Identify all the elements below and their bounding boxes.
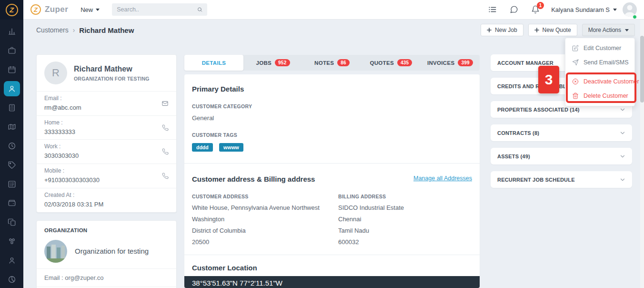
app-screen: Z Z Zuper New: [0, 0, 644, 288]
calculator-icon: [8, 103, 16, 112]
tab-notes[interactable]: NOTES86: [302, 55, 362, 71]
map-icon: [8, 123, 16, 131]
scrollbar-thumb[interactable]: [640, 36, 644, 103]
organization-card: ORGANIZATION Organization for testing Em…: [36, 220, 177, 288]
customer-home-phone: 333333333: [44, 129, 169, 136]
call-mobile-button[interactable]: [162, 173, 169, 179]
topbar: Z Zuper New 1 Kalyana Sundaram S: [23, 0, 644, 20]
user-icon: [8, 256, 16, 265]
chat-button[interactable]: [510, 5, 518, 14]
form-icon: [8, 180, 16, 188]
clock-icon: [8, 142, 16, 150]
call-home-button[interactable]: [162, 124, 169, 131]
tab-jobs[interactable]: JOBS952: [243, 55, 302, 71]
customer-category-value: General: [192, 114, 472, 122]
new-job-button[interactable]: New Job: [481, 24, 523, 36]
sidebar-logo: Z: [0, 0, 23, 20]
customer-mobile-phone: +910303030303030: [44, 177, 169, 184]
sidebar-item-jobs[interactable]: [0, 41, 23, 60]
sidebar-item-wallet[interactable]: [0, 194, 23, 213]
copy-pages-icon: [8, 218, 16, 226]
global-search: [112, 3, 207, 16]
address-line: SIDCO Industrial Estate: [338, 202, 472, 214]
user-avatar[interactable]: [623, 2, 637, 17]
chat-bubble-icon: [510, 5, 518, 14]
page-header: Customers › Richard Mathew New Job New Q…: [23, 20, 644, 41]
activity-list-button[interactable]: [488, 5, 497, 14]
list-icon: [488, 5, 497, 14]
new-menu-label: New: [80, 6, 93, 13]
customer-email-row: Email : rm@abc.com: [37, 91, 176, 115]
vertical-scrollbar: [640, 20, 644, 288]
organization-name: Organization for testing: [75, 247, 149, 255]
sidebar-item-users[interactable]: [0, 251, 23, 270]
customer-tag: dddd: [192, 143, 213, 152]
sidebar-item-map[interactable]: [0, 117, 23, 136]
address-line: White House, Pennsylvania Avenue Northwe…: [192, 202, 338, 214]
manage-addresses-link[interactable]: Manage all Addresses: [413, 175, 472, 182]
notes-count-badge: 86: [337, 59, 350, 66]
customer-address-block: CUSTOMER ADDRESS White House, Pennsylvan…: [192, 194, 338, 248]
tab-invoices[interactable]: INVOICES399: [421, 55, 480, 71]
sidebar-item-reports[interactable]: [0, 270, 23, 288]
sidebar-item-dashboard[interactable]: [0, 22, 23, 41]
pie-chart-icon: [8, 275, 16, 284]
customer-created-row: Created At : 02/03/2018 03:31 PM: [37, 188, 176, 212]
sidebar-item-customers[interactable]: [0, 79, 23, 98]
sidebar-item-parts[interactable]: [0, 232, 23, 251]
recurrent-job-schedule-card[interactable]: RECURRENT JOB SCHEDULE: [491, 171, 632, 188]
caret-down-icon: [625, 29, 629, 31]
breadcrumb-separator: ›: [73, 26, 75, 34]
jobs-count-badge: 952: [275, 59, 290, 66]
sidebar-nav: Z: [0, 0, 23, 288]
addresses-section: Customer address & Billing address Manag…: [184, 164, 480, 255]
sidebar-item-timesheets[interactable]: [0, 136, 23, 155]
notifications-button[interactable]: 1: [531, 5, 540, 14]
customer-home-phone-row: Home : 333333333: [37, 115, 176, 140]
tab-quotes[interactable]: QUOTES435: [362, 55, 421, 71]
assets-card[interactable]: ASSETS (49): [491, 148, 632, 165]
trash-icon: [572, 93, 579, 99]
chevron-down-icon: [620, 154, 625, 159]
plus-icon: [534, 28, 539, 32]
caret-down-icon: [613, 9, 617, 11]
organization-card-header: ORGANIZATION: [37, 221, 176, 237]
send-email-button[interactable]: [161, 100, 169, 107]
organization-avatar: [44, 240, 67, 263]
calendar-icon: [8, 65, 16, 74]
customer-created-at: 02/03/2018 03:31 PM: [44, 201, 169, 208]
customer-detail-column: DETAILS JOBS952 NOTES86 QUOTES435 INVOIC…: [184, 55, 480, 288]
breadcrumb-customers[interactable]: Customers: [36, 26, 69, 34]
tab-details[interactable]: DETAILS: [184, 55, 243, 71]
zuper-logo-icon: Z: [30, 4, 41, 15]
menu-item-deactivate-customer[interactable]: Deactivate Customer: [565, 74, 634, 89]
chevron-down-icon: [620, 177, 625, 183]
customer-location-map[interactable]: St NW H St NW NW 38°53'51.63"N 77°2'11.5…: [184, 276, 480, 288]
menu-item-delete-customer[interactable]: Delete Customer: [565, 89, 634, 103]
briefcase-icon: [8, 46, 16, 55]
address-line: 600032: [338, 237, 472, 248]
bar-chart-icon: [8, 27, 16, 36]
new-menu-button[interactable]: New: [80, 6, 100, 13]
brand[interactable]: Z Zuper: [30, 4, 68, 15]
sidebar-item-tags[interactable]: [0, 155, 23, 175]
sidebar-item-invoices[interactable]: [0, 98, 23, 117]
sidebar-item-calendar[interactable]: [0, 60, 23, 79]
user-menu-button[interactable]: Kalyana Sundaram S: [551, 6, 617, 13]
menu-item-send-email-sms[interactable]: Send Email/SMS: [565, 55, 634, 70]
new-quote-button[interactable]: New Quote: [528, 24, 577, 36]
plus-icon: [487, 28, 492, 32]
contracts-card[interactable]: CONTRACTS (8): [491, 124, 632, 141]
search-input[interactable]: [117, 6, 193, 13]
search-icon[interactable]: [197, 6, 202, 13]
send-icon: [572, 59, 579, 66]
customer-email: rm@abc.com: [44, 104, 169, 112]
menu-item-edit-customer[interactable]: Edit Customer: [565, 41, 634, 55]
sidebar-item-forms[interactable]: [0, 175, 23, 194]
customer-profile-card: R Richard Mathew ORGANIZATION FOR TESTIN…: [36, 54, 177, 213]
chevron-down-icon: [620, 107, 625, 113]
call-work-button[interactable]: [162, 148, 169, 155]
customer-name: Richard Mathew: [74, 65, 150, 73]
sidebar-item-documents[interactable]: [0, 213, 23, 232]
more-actions-button[interactable]: More Actions: [582, 24, 635, 36]
